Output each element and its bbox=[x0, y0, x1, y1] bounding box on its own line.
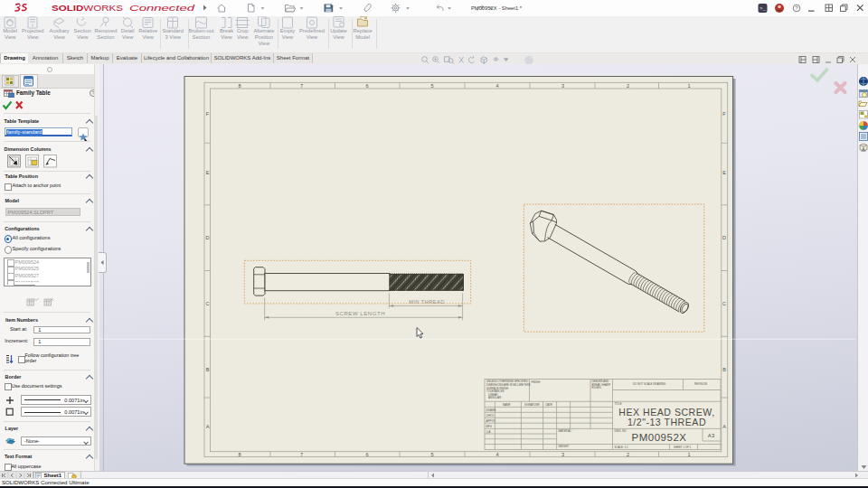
svg-text:Connected: Connected bbox=[129, 3, 195, 13]
svg-text:>_: >_ bbox=[760, 5, 766, 12]
svg-text:SOLIDWORKS: SOLIDWORKS bbox=[52, 3, 123, 13]
svg-text:?: ? bbox=[795, 5, 798, 11]
svg-text:PM00952X - Sheet1 *: PM00952X - Sheet1 * bbox=[471, 5, 523, 11]
